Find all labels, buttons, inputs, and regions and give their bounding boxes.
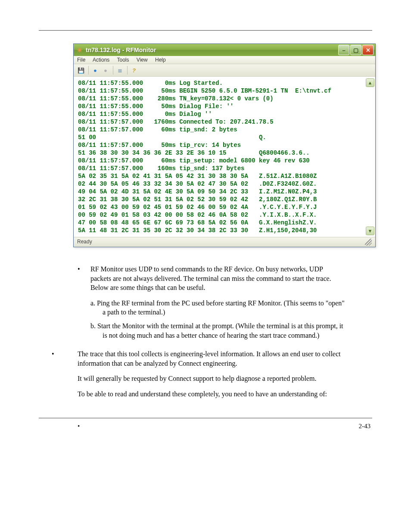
window-title: tn78.132.log - RFMonitor <box>86 47 337 53</box>
scroll-down-button[interactable]: ▼ <box>366 227 374 235</box>
start-dot-icon[interactable]: ● <box>90 65 100 75</box>
resize-grip-icon[interactable] <box>365 239 372 246</box>
help-icon[interactable]: ? <box>129 65 139 75</box>
app-icon: ✴ <box>75 46 83 54</box>
status-text: Ready <box>77 239 92 246</box>
log-view: ▲ ▼ 08/11 11:57:55.000 0ms Log Started. … <box>74 77 375 237</box>
log-text: 08/11 11:57:55.000 0ms Log Started. 08/1… <box>78 79 371 234</box>
menu-bar: File Actions Tools View Help <box>74 56 375 64</box>
stop-dot-icon[interactable]: ● <box>101 65 110 75</box>
save-icon[interactable]: 💾 <box>76 65 86 75</box>
close-button[interactable]: ✕ <box>362 45 374 55</box>
bullet-icon <box>78 423 90 430</box>
bullet-icon <box>52 349 65 404</box>
menu-view[interactable]: View <box>137 57 148 63</box>
list-item-para: To be able to read and understand these … <box>78 389 345 399</box>
menu-tools[interactable]: Tools <box>117 57 129 63</box>
minimize-button[interactable]: – <box>338 45 349 55</box>
toolbar: 💾 ● ● ≣ ? <box>74 64 375 77</box>
list-item-para: RF Monitor uses UDP to send commands to … <box>90 264 345 292</box>
list-item-para: It will generally be requested by Connec… <box>78 374 345 383</box>
menu-actions[interactable]: Actions <box>93 57 109 63</box>
page-footer: 2-43 <box>78 423 371 430</box>
filter-icon[interactable]: ≣ <box>115 65 125 75</box>
page-number: 2-43 <box>359 423 371 430</box>
maximize-button[interactable]: ▢ <box>350 45 361 55</box>
doc-body: RF Monitor uses UDP to send commands to … <box>78 264 345 405</box>
bullet-icon <box>78 264 90 346</box>
menu-help[interactable]: Help <box>155 57 166 63</box>
scroll-up-button[interactable]: ▲ <box>366 78 374 87</box>
rfmonitor-window: ✴ tn78.132.log - RFMonitor – ▢ ✕ File Ac… <box>73 44 376 247</box>
list-item-para: The trace that this tool collects is eng… <box>78 349 345 368</box>
status-bar: Ready <box>74 237 375 247</box>
list-item: RF Monitor uses UDP to send commands to … <box>78 264 345 346</box>
sub-item-a: a. Ping the RF terminal from the PC used… <box>90 299 345 317</box>
menu-file[interactable]: File <box>77 57 85 63</box>
sub-item-b: b. Start the Monitor with the terminal a… <box>90 321 345 340</box>
titlebar: ✴ tn78.132.log - RFMonitor – ▢ ✕ <box>74 44 375 56</box>
list-item: The trace that this tool collects is eng… <box>52 349 345 404</box>
